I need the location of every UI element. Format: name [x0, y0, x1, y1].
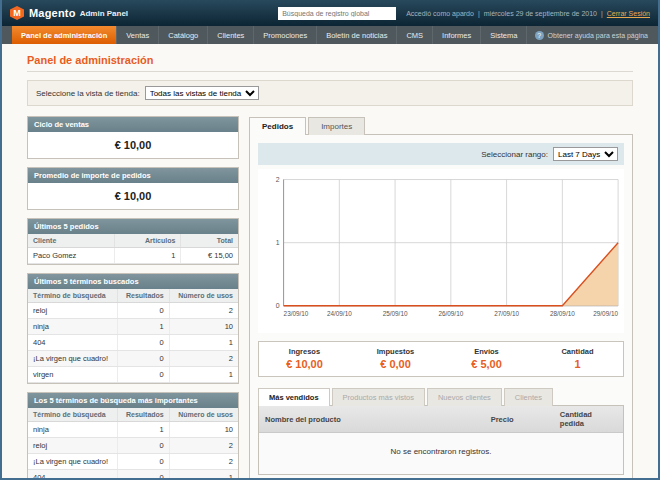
table-row[interactable]: ¡La virgen que cuadro! 0 2	[28, 351, 238, 367]
cell-results: 0	[118, 438, 169, 454]
cell-uses: 1	[169, 470, 238, 480]
col-header: Artículos	[115, 234, 181, 248]
svg-text:26/09/10: 26/09/10	[438, 310, 463, 317]
col-header-producto: Nombre del producto	[259, 406, 485, 433]
cell-term: virgen	[28, 367, 118, 383]
cell-uses: 2	[169, 303, 238, 319]
cell-total: € 15,00	[181, 248, 238, 264]
stat-ingresos: Ingresos € 10,00	[259, 342, 350, 376]
range-bar: Seleccionar rango: Last 7 Days	[258, 143, 624, 165]
cell-term: ¡La virgen que cuadro!	[28, 454, 118, 470]
cell-results: 0	[118, 351, 169, 367]
table-row[interactable]: ninja 1 10	[28, 319, 238, 335]
svg-text:24/09/10: 24/09/10	[327, 310, 352, 317]
table-row[interactable]: 404 0 1	[28, 470, 238, 480]
svg-text:1: 1	[276, 239, 280, 247]
chart-tabs: Pedidos Importes	[249, 116, 633, 134]
table-row[interactable]: virgen 0 1	[28, 367, 238, 383]
store-view-select[interactable]: Todas las vistas de tienda	[145, 86, 259, 100]
tab-importes[interactable]: Importes	[308, 117, 365, 135]
main-nav: Panel de administración Ventas Catálogo …	[2, 26, 658, 44]
top-search-terms-box: Los 5 términos de búsqueda más important…	[27, 392, 239, 480]
range-select[interactable]: Last 7 Days	[553, 147, 618, 161]
col-header: Número de usos	[169, 289, 238, 303]
dashboard-left-column: Ciclo de ventas € 10,00 Promedio de impo…	[27, 116, 239, 480]
stat-label: Cantidad	[532, 347, 623, 356]
stat-value: 1	[532, 358, 623, 370]
last-orders-title: Últimos 5 pedidos	[28, 219, 238, 234]
stat-envios: Envíos € 5,00	[441, 342, 532, 376]
average-orders-value: € 10,00	[28, 183, 238, 209]
cell-term: 404	[28, 335, 118, 351]
tab-productos-mas-vistos[interactable]: Productos más vistos	[332, 388, 425, 406]
nav-item-catalogo[interactable]: Catálogo	[159, 26, 208, 44]
col-header: Total	[181, 234, 238, 248]
stat-label: Impuestos	[350, 347, 441, 356]
stat-cantidad: Cantidad 1	[532, 342, 623, 376]
current-date: miércoles 29 de septiembre de 2010	[484, 10, 597, 17]
cell-results: 0	[118, 454, 169, 470]
cell-results: 0	[118, 470, 169, 480]
empty-records-message: No se encontraron registros.	[259, 433, 623, 474]
last-search-terms-title: Últimos 5 términos buscados	[28, 274, 238, 289]
col-header: Número de usos	[169, 408, 238, 422]
logout-link[interactable]: Cerrar Sesión	[607, 10, 650, 17]
svg-text:23/09/10: 23/09/10	[284, 310, 309, 317]
cell-uses: 2	[169, 351, 238, 367]
lifetime-sales-title: Ciclo de ventas	[28, 117, 238, 132]
brand-name: Magento	[29, 7, 76, 19]
stat-label: Envíos	[441, 347, 532, 356]
last-search-terms-table: Término de búsqueda Resultados Número de…	[28, 289, 238, 383]
logged-in-as: Accedió como apardo	[406, 10, 474, 17]
cell-uses: 1	[169, 335, 238, 351]
col-header: Resultados	[118, 289, 169, 303]
header: M Magento Admin Panel Accedió como apard…	[2, 0, 658, 26]
tab-mas-vendidos[interactable]: Más vendidos	[258, 388, 330, 406]
store-view-bar: Seleccione la vista de tienda: Todas las…	[27, 80, 633, 106]
last-orders-box: Últimos 5 pedidos Cliente Artículos Tota…	[27, 218, 239, 265]
separator: |	[601, 10, 603, 17]
stat-value: € 5,00	[441, 358, 532, 370]
cell-uses: 2	[169, 438, 238, 454]
nav-item-clientes[interactable]: Clientes	[208, 26, 254, 44]
nav-item-cms[interactable]: CMS	[397, 26, 433, 44]
col-header-cantidad: Cantidad pedida	[554, 406, 623, 433]
cell-term: ¡La virgen que cuadro!	[28, 351, 118, 367]
stat-value: € 10,00	[259, 358, 350, 370]
nav-item-informes[interactable]: Informes	[433, 26, 481, 44]
stat-label: Ingresos	[259, 347, 350, 356]
table-row[interactable]: Paco Gomez 1 € 15,00	[28, 248, 238, 264]
table-row[interactable]: ninja 1 10	[28, 422, 238, 438]
cell-results: 1	[118, 319, 169, 335]
cell-term: 404	[28, 470, 118, 480]
nav-item-ventas[interactable]: Ventas	[117, 26, 159, 44]
global-search-input[interactable]	[278, 7, 396, 20]
table-row[interactable]: reloj 0 2	[28, 438, 238, 454]
cell-items: 1	[115, 248, 181, 264]
top-search-terms-title: Los 5 términos de búsqueda más important…	[28, 393, 238, 408]
nav-item-sistema[interactable]: Sistema	[481, 26, 527, 44]
dashboard-main-column: Pedidos Importes Seleccionar rango: Last…	[249, 116, 633, 480]
svg-text:25/09/10: 25/09/10	[383, 310, 408, 317]
totals-bar: Ingresos € 10,00 Impuestos € 0,00 Envíos…	[258, 341, 624, 377]
svg-text:0: 0	[276, 302, 280, 310]
cell-customer: Paco Gomez	[28, 248, 115, 264]
nav-item-boletin[interactable]: Boletín de noticias	[317, 26, 397, 44]
cell-uses: 10	[169, 319, 238, 335]
table-row[interactable]: ¡La virgen que cuadro! 0 2	[28, 454, 238, 470]
get-help-link[interactable]: ? Obtener ayuda para esta página	[535, 26, 658, 44]
help-icon: ?	[535, 31, 544, 40]
page-title: Panel de administración	[27, 54, 633, 72]
tab-nuevos-clientes[interactable]: Nuevos clientes	[427, 388, 502, 406]
table-row[interactable]: reloj 0 2	[28, 303, 238, 319]
tab-pedidos[interactable]: Pedidos	[249, 117, 306, 135]
magento-admin-window: M Magento Admin Panel Accedió como apard…	[0, 0, 660, 480]
lifetime-sales-value: € 10,00	[28, 132, 238, 158]
cell-results: 0	[118, 335, 169, 351]
range-label: Seleccionar rango:	[481, 150, 548, 159]
table-row[interactable]: 404 0 1	[28, 335, 238, 351]
nav-item-dashboard[interactable]: Panel de administración	[12, 26, 117, 44]
tab-clientes[interactable]: Clientes	[504, 388, 553, 406]
average-orders-box: Promedio de importe de pedidos € 10,00	[27, 167, 239, 210]
nav-item-promociones[interactable]: Promociones	[254, 26, 317, 44]
